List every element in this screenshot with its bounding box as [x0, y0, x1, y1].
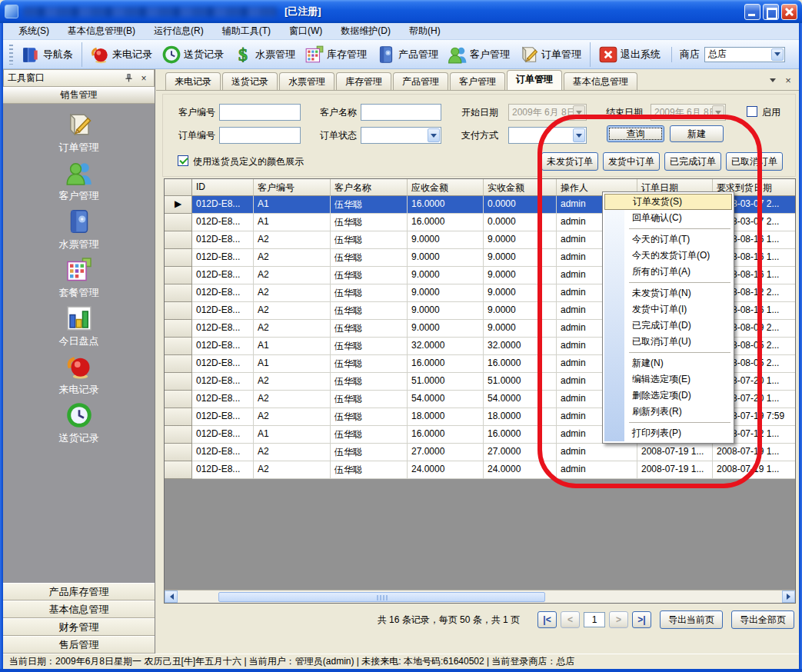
- table-row[interactable]: 012D-E8... A2 伍华聪 27.0000 27.0000 admin …: [165, 444, 795, 461]
- menubar-item[interactable]: 系统(S): [9, 23, 58, 39]
- order-no-input[interactable]: [219, 127, 301, 144]
- enable-date-checkbox[interactable]: [747, 106, 757, 117]
- toolbar-button[interactable]: 来电记录: [82, 42, 157, 67]
- toolbar-button[interactable]: 送货记录: [157, 42, 228, 67]
- export-all-pages-button[interactable]: 导出全部页: [731, 610, 794, 629]
- sidebar-item[interactable]: 水票管理: [3, 205, 155, 254]
- sidebar-group-sales[interactable]: 销售管理: [3, 87, 155, 104]
- row-selector-cell[interactable]: [165, 284, 192, 302]
- minimize-button[interactable]: [744, 4, 760, 20]
- document-tab[interactable]: 水票管理: [279, 72, 334, 90]
- document-tab[interactable]: 订单管理: [507, 70, 562, 90]
- order-status-dropdown-button[interactable]: [428, 128, 440, 142]
- menubar-item[interactable]: 基本信息管理(B): [58, 23, 145, 39]
- context-menu-item[interactable]: 打印列表(P): [604, 425, 732, 441]
- table-row[interactable]: 012D-E8... A2 伍华聪 24.0000 24.0000 admin …: [165, 461, 795, 479]
- scrollbar-thumb[interactable]: [218, 592, 545, 602]
- horizontal-scrollbar[interactable]: [165, 590, 795, 603]
- row-selector-cell[interactable]: [165, 444, 192, 461]
- sidebar-group-button[interactable]: 售后管理: [3, 636, 155, 654]
- column-header[interactable]: ID: [192, 179, 254, 196]
- scroll-left-button[interactable]: [165, 590, 178, 603]
- query-button[interactable]: 查询: [607, 125, 664, 142]
- order-status-filter-button[interactable]: 已取消订单: [726, 152, 783, 171]
- sidebar-group-button[interactable]: 财务管理: [3, 618, 155, 636]
- sidebar-group-button[interactable]: 产品库存管理: [3, 583, 155, 600]
- context-menu-item[interactable]: [629, 228, 730, 229]
- row-selector-cell[interactable]: [165, 267, 192, 284]
- toolbar-button[interactable]: $ 水票管理: [228, 42, 300, 67]
- sidebar-item[interactable]: 今日盘点: [3, 302, 155, 351]
- toolbar-button[interactable]: 订单管理: [514, 42, 586, 67]
- tab-close-button[interactable]: ×: [782, 74, 794, 86]
- toolbar-button[interactable]: 导航条: [16, 42, 78, 67]
- document-tab[interactable]: 客户管理: [450, 72, 505, 90]
- menubar-item[interactable]: 辅助工具(T): [213, 23, 280, 39]
- toolbar-button[interactable]: 退出系统: [590, 42, 665, 67]
- close-button[interactable]: [781, 4, 797, 20]
- toolbar-button[interactable]: 产品管理: [371, 42, 443, 67]
- context-menu-item[interactable]: 已完成订单(D): [604, 318, 732, 334]
- order-status-filter-button[interactable]: 未发货订单: [541, 152, 598, 171]
- payment-select[interactable]: [508, 127, 587, 144]
- export-current-page-button[interactable]: 导出当前页: [660, 610, 723, 629]
- context-menu-item[interactable]: 今天的发货订单(O): [604, 248, 732, 264]
- toolbar-grip[interactable]: [9, 45, 13, 65]
- prev-page-button[interactable]: <: [561, 611, 580, 628]
- context-menu-item[interactable]: [629, 422, 730, 423]
- scroll-right-button[interactable]: [782, 590, 795, 603]
- context-menu-item[interactable]: 所有的订单(A): [604, 264, 732, 280]
- menubar-item[interactable]: 数据维护(D): [331, 23, 400, 39]
- first-page-button[interactable]: |<: [537, 611, 557, 628]
- sidebar-item[interactable]: 送货记录: [3, 399, 155, 447]
- context-menu-item[interactable]: 未发货订单(N): [604, 285, 732, 301]
- context-menu-item[interactable]: 新建(N): [604, 355, 732, 371]
- document-tab[interactable]: 基本信息管理: [564, 72, 637, 90]
- page-number-input[interactable]: [584, 612, 605, 627]
- maximize-button[interactable]: [763, 4, 779, 20]
- payment-dropdown-button[interactable]: [573, 128, 585, 142]
- context-menu-item[interactable]: 发货中订单(I): [604, 301, 732, 318]
- next-page-button[interactable]: >: [609, 611, 628, 628]
- column-header[interactable]: 客户名称: [331, 179, 408, 196]
- pin-icon[interactable]: [122, 72, 135, 85]
- context-menu-item[interactable]: 编辑选定项(E): [604, 371, 732, 388]
- sidebar-item[interactable]: 客户管理: [3, 157, 155, 205]
- context-menu-item[interactable]: 订单发货(S): [604, 194, 732, 210]
- document-tab[interactable]: 库存管理: [336, 72, 391, 90]
- sidebar-item[interactable]: 来电记录: [3, 351, 155, 399]
- context-menu-item[interactable]: 删除选定项(D): [604, 388, 732, 404]
- order-status-filter-button[interactable]: 已完成订单: [664, 152, 721, 171]
- row-selector-cell[interactable]: [165, 320, 192, 338]
- menubar-item[interactable]: 帮助(H): [400, 23, 450, 39]
- sidebar-item[interactable]: 订单管理: [3, 108, 155, 157]
- start-date-picker[interactable]: 2009年 6月 8日: [508, 104, 587, 121]
- order-status-filter-button[interactable]: 发货中订单: [603, 152, 660, 171]
- row-selector-cell[interactable]: [165, 391, 192, 408]
- row-selector-cell[interactable]: [165, 338, 192, 355]
- sidebar-group-button[interactable]: 基本信息管理: [3, 600, 155, 618]
- document-tab[interactable]: 产品管理: [393, 72, 448, 90]
- row-selector-cell[interactable]: [165, 302, 192, 320]
- new-button[interactable]: 新建: [670, 125, 724, 142]
- row-selector-cell[interactable]: [165, 408, 192, 426]
- context-menu-item[interactable]: 已取消订单(U): [604, 334, 732, 350]
- row-selector-cell[interactable]: ▶: [165, 196, 192, 214]
- end-date-picker[interactable]: 2009年 6月 8日: [651, 104, 726, 121]
- row-selector-cell[interactable]: [165, 231, 192, 249]
- column-header[interactable]: 客户编号: [254, 179, 331, 196]
- context-menu-item[interactable]: 刷新列表(R): [604, 404, 732, 420]
- menubar-item[interactable]: 运行信息(R): [145, 23, 213, 39]
- row-selector-cell[interactable]: [165, 214, 192, 231]
- start-date-dropdown-button[interactable]: [573, 105, 585, 119]
- sidebar-item[interactable]: 套餐管理: [3, 254, 155, 302]
- toolbar-button[interactable]: 库存管理: [300, 42, 371, 67]
- context-menu-item[interactable]: 今天的订单(T): [604, 231, 732, 248]
- document-tab[interactable]: 送货记录: [222, 72, 278, 90]
- close-icon[interactable]: ×: [138, 72, 150, 85]
- row-selector-cell[interactable]: [165, 249, 192, 267]
- last-page-button[interactable]: >|: [632, 611, 651, 628]
- row-selector-cell[interactable]: [165, 426, 192, 444]
- row-selector-cell[interactable]: [165, 373, 192, 391]
- customer-name-input[interactable]: [361, 104, 441, 121]
